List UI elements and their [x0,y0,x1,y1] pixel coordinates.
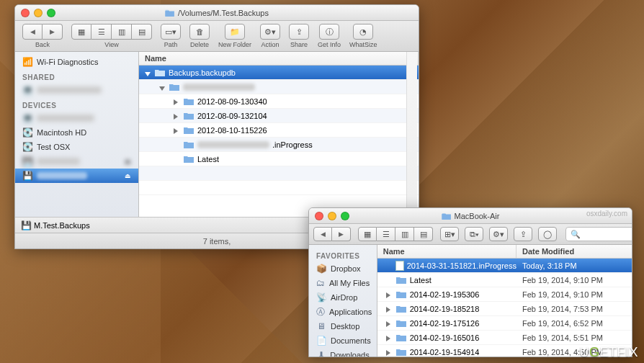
close-button[interactable] [315,212,323,220]
folder-icon [154,68,166,77]
disclosure-triangle[interactable] [386,291,393,298]
disclosure-triangle[interactable] [159,84,166,91]
path-button[interactable]: ▭▾ [161,24,181,40]
get-info-button[interactable]: ⓘ [319,24,339,40]
dropbox-button[interactable]: ⧉▾ [465,227,483,241]
tags-button[interactable]: ◯ [538,227,557,241]
disclosure-triangle[interactable] [386,334,393,341]
list-item[interactable]: .inProgress [139,138,419,152]
sidebar-item-label: Downloads [330,351,369,357]
zoom-button[interactable] [47,9,55,17]
disclosure-triangle[interactable] [145,69,152,76]
get-info-label: Get Info [318,41,341,48]
item-name: 2014-02-19-195306 [410,290,480,299]
disclosure-triangle[interactable] [386,320,393,327]
disk-icon: 💾 [22,156,32,166]
back-label: Back [35,41,50,48]
list-item[interactable] [139,80,419,94]
list-item[interactable]: 2014-03-31-151821.inProgressToday, 3:18 … [377,259,632,273]
item-date: Feb 19, 2014, 9:10 PM [516,276,632,284]
list-item[interactable]: 2014-02-19-175126Feb 19, 2014, 6:52 PM [377,316,632,331]
view-column-button[interactable]: ▥ [395,227,414,241]
item-name: 2014-02-19-154914 [410,348,480,357]
sidebar-item-device-redacted[interactable]: 💻 [15,111,138,125]
share-button[interactable]: ⇪ [289,24,309,40]
disclosure-triangle[interactable] [174,127,181,134]
view-list-button[interactable]: ☰ [91,24,112,40]
folder-icon [183,154,194,163]
sidebar-item-wifi-diagnostics[interactable]: 📶 Wi-Fi Diagnostics [15,55,138,69]
list-item[interactable]: 2012-08-09-132104 [139,109,419,123]
titlebar[interactable]: /Volumes/M.Test.Backups [15,5,419,21]
list-item-empty [139,181,419,195]
delete-button[interactable]: 🗑 [189,24,210,40]
new-folder-button[interactable]: 📁 [225,24,245,40]
sidebar-item-selected-volume[interactable]: 💾 ⏏ [15,169,138,183]
sidebar-item-documents[interactable]: 📄Documents [309,333,377,348]
sidebar-item-applications[interactable]: ⒶApplications [309,305,377,319]
list-item[interactable]: Backups.backupdb [139,66,419,80]
list-item[interactable]: LatestFeb 19, 2014, 9:10 PM [377,273,632,287]
disclosure-triangle[interactable] [386,305,393,313]
view-coverflow-button[interactable]: ▤ [132,24,152,40]
view-icon-button[interactable]: ▦ [71,24,91,40]
list-item[interactable]: 2012-08-09-130340 [139,94,419,109]
view-column-button[interactable]: ▥ [112,24,132,40]
folder-icon [395,275,407,284]
action-button[interactable]: ⚙▾ [489,227,508,241]
close-button[interactable] [21,9,30,17]
arrange-button[interactable]: ⊞▾ [440,227,459,241]
item-name-redacted [183,84,419,91]
forward-button[interactable]: ▶ [332,227,351,241]
view-icon-button[interactable]: ▦ [358,227,377,241]
sidebar-item-downloads[interactable]: ⬇Downloads [309,348,377,357]
column-name[interactable]: Name [139,52,419,65]
sidebar-item-shared-redacted[interactable]: 💻 [15,83,138,97]
search-field[interactable]: 🔍 [565,227,632,241]
sidebar-item-airdrop[interactable]: 📡AirDrop [309,290,377,305]
sidebar-item-macintosh-hd[interactable]: 💽 Macintosh HD [15,125,138,140]
disclosure-triangle[interactable] [386,349,393,356]
sidebar-item-label: Desktop [331,322,359,331]
folder-icon [395,304,407,313]
eject-icon[interactable]: ⏏ [125,172,131,179]
column-date[interactable]: Date Modified [516,245,632,258]
list-item-empty [139,166,419,181]
list-item[interactable]: 2014-02-19-165016Feb 19, 2014, 5:51 PM [377,331,632,345]
share-button[interactable]: ⇪ [514,227,532,241]
search-input[interactable] [583,230,632,238]
titlebar[interactable]: MacBook-Air osxdaily.com [309,208,632,224]
sidebar-heading-shared: SHARED [15,69,138,83]
window-controls [315,212,349,220]
back-button[interactable]: ◀ [22,24,43,40]
brand-watermark: UGETFIX [579,345,638,360]
sidebar-item-volume-redacted[interactable]: 💾 ⏏ [15,154,138,169]
sidebar-item-label: All My Files [329,279,370,287]
scrollbar[interactable] [406,52,417,217]
sidebar-item-dropbox[interactable]: 📦Dropbox [309,261,377,276]
view-coverflow-button[interactable]: ▤ [414,227,433,241]
disclosure-triangle[interactable] [174,98,181,105]
forward-button[interactable]: ▶ [43,24,63,40]
zoom-button[interactable] [341,212,349,220]
list-item[interactable]: 2014-02-19-195306Feb 19, 2014, 9:10 PM [377,287,632,302]
whatsize-button[interactable]: ◔ [353,24,373,40]
list-item[interactable]: Latest [139,152,419,166]
sidebar-item-all-my-files[interactable]: 🗂All My Files [309,276,377,290]
search-icon: 🔍 [571,230,581,239]
column-name[interactable]: Name [377,245,516,258]
sidebar-item-test-osx[interactable]: 💽 Test OSX [15,140,138,154]
folder-icon [395,318,407,328]
action-button[interactable]: ⚙▾ [260,24,280,40]
minimize-button[interactable] [34,9,43,17]
item-date: Feb 19, 2014, 6:52 PM [516,319,632,328]
eject-icon[interactable]: ⏏ [125,158,131,165]
view-list-button[interactable]: ☰ [377,227,395,241]
path-segment[interactable]: M.Test.Backups [34,221,90,230]
disclosure-triangle[interactable] [174,112,181,120]
minimize-button[interactable] [328,212,336,220]
list-item[interactable]: 2012-08-10-115226 [139,123,419,138]
list-item[interactable]: 2014-02-19-185218Feb 19, 2014, 7:53 PM [377,302,632,316]
back-button[interactable]: ◀ [313,227,332,241]
sidebar-item-desktop[interactable]: 🖥Desktop [309,319,377,333]
